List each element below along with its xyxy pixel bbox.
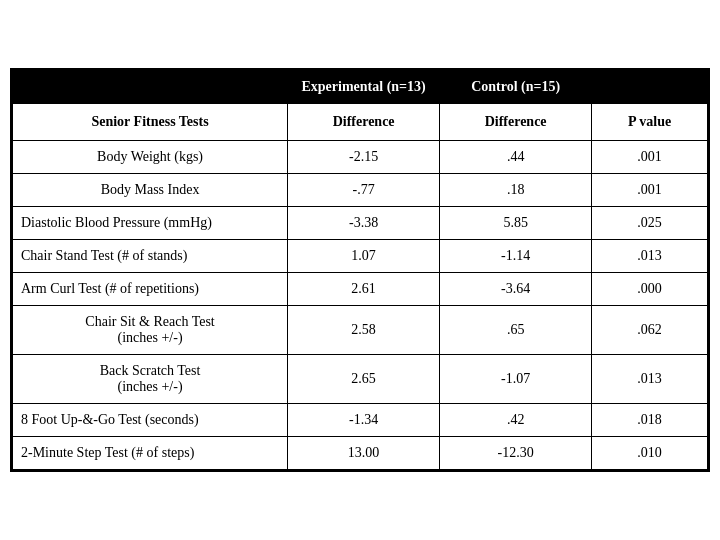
row-ctrl-4: -3.64 (440, 273, 592, 306)
row-label-0: Body Weight (kgs) (13, 141, 288, 174)
subheader-exp-diff: Difference (288, 104, 440, 141)
row-ctrl-3: -1.14 (440, 240, 592, 273)
row-p-0: .001 (592, 141, 708, 174)
row-ctrl-7: .42 (440, 404, 592, 437)
row-label-6: Back Scratch Test(inches +/-) (13, 355, 288, 404)
row-p-6: .013 (592, 355, 708, 404)
table-row: Arm Curl Test (# of repetitions) 2.61 -3… (13, 273, 708, 306)
row-p-4: .000 (592, 273, 708, 306)
table-row: Diastolic Blood Pressure (mmHg) -3.38 5.… (13, 207, 708, 240)
row-ctrl-1: .18 (440, 174, 592, 207)
table-row: Chair Stand Test (# of stands) 1.07 -1.1… (13, 240, 708, 273)
row-exp-7: -1.34 (288, 404, 440, 437)
header-empty2 (592, 71, 708, 104)
header-experimental: Experimental (n=13) (288, 71, 440, 104)
row-p-8: .010 (592, 437, 708, 470)
row-p-5: .062 (592, 306, 708, 355)
subheader-row: Senior Fitness Tests Difference Differen… (13, 104, 708, 141)
table-row: Back Scratch Test(inches +/-) 2.65 -1.07… (13, 355, 708, 404)
row-exp-6: 2.65 (288, 355, 440, 404)
table-row: Chair Sit & Reach Test(inches +/-) 2.58 … (13, 306, 708, 355)
row-p-3: .013 (592, 240, 708, 273)
header-empty (13, 71, 288, 104)
row-exp-0: -2.15 (288, 141, 440, 174)
main-table-wrapper: Experimental (n=13) Control (n=15) Senio… (10, 68, 710, 472)
row-label-7: 8 Foot Up-&-Go Test (seconds) (13, 404, 288, 437)
row-p-2: .025 (592, 207, 708, 240)
table-row: 8 Foot Up-&-Go Test (seconds) -1.34 .42 … (13, 404, 708, 437)
row-exp-5: 2.58 (288, 306, 440, 355)
subheader-ctrl-diff: Difference (440, 104, 592, 141)
row-label-5: Chair Sit & Reach Test(inches +/-) (13, 306, 288, 355)
table-row: Body Mass Index -.77 .18 .001 (13, 174, 708, 207)
row-exp-4: 2.61 (288, 273, 440, 306)
row-p-1: .001 (592, 174, 708, 207)
row-exp-1: -.77 (288, 174, 440, 207)
row-exp-8: 13.00 (288, 437, 440, 470)
row-label-1: Body Mass Index (13, 174, 288, 207)
row-exp-2: -3.38 (288, 207, 440, 240)
row-ctrl-0: .44 (440, 141, 592, 174)
table-row: 2-Minute Step Test (# of steps) 13.00 -1… (13, 437, 708, 470)
subheader-p-value: P value (592, 104, 708, 141)
row-ctrl-8: -12.30 (440, 437, 592, 470)
table-row: Body Weight (kgs) -2.15 .44 .001 (13, 141, 708, 174)
row-label-3: Chair Stand Test (# of stands) (13, 240, 288, 273)
row-ctrl-5: .65 (440, 306, 592, 355)
row-ctrl-2: 5.85 (440, 207, 592, 240)
fitness-table: Experimental (n=13) Control (n=15) Senio… (12, 70, 708, 470)
row-label-8: 2-Minute Step Test (# of steps) (13, 437, 288, 470)
row-label-4: Arm Curl Test (# of repetitions) (13, 273, 288, 306)
row-exp-3: 1.07 (288, 240, 440, 273)
row-label-2: Diastolic Blood Pressure (mmHg) (13, 207, 288, 240)
subheader-label: Senior Fitness Tests (13, 104, 288, 141)
row-ctrl-6: -1.07 (440, 355, 592, 404)
header-row: Experimental (n=13) Control (n=15) (13, 71, 708, 104)
row-p-7: .018 (592, 404, 708, 437)
header-control: Control (n=15) (440, 71, 592, 104)
